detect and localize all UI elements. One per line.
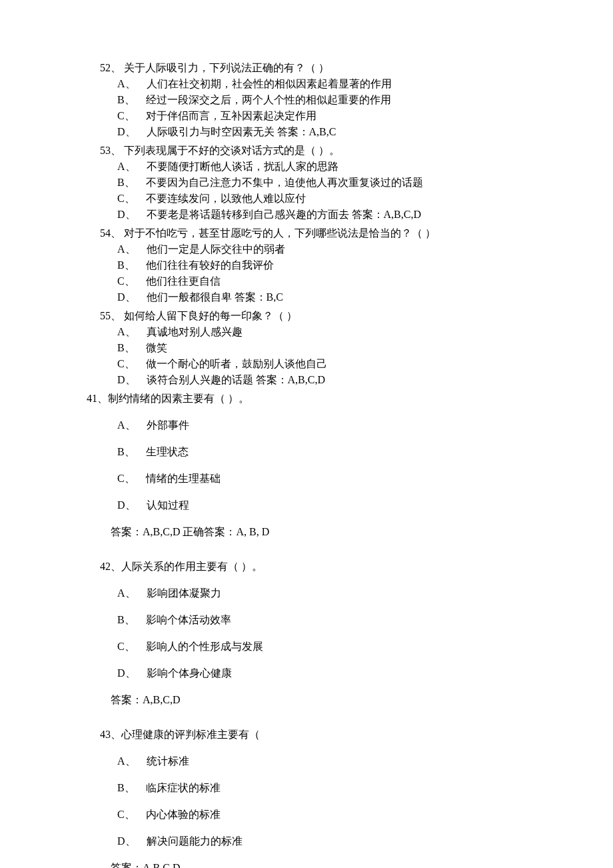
opt-text: 对于伴侣而言，互补因素起决定作用 — [146, 110, 316, 121]
opt-label: A、 — [117, 243, 136, 255]
opt-text: 他们一定是人际交往中的弱者 — [147, 243, 285, 255]
q-stem: 制约情绪的因素主要有（ ）。 — [108, 393, 249, 404]
opt-label: D、 — [117, 374, 136, 385]
option-d: D、 人际吸引力与时空因素无关 答案：A,B,C — [117, 124, 546, 140]
opt-label: A、 — [117, 161, 136, 172]
opt-label: C、 — [117, 641, 135, 652]
option-a: A、 人们在社交初期，社会性的相似因素起着显著的作用 — [117, 76, 546, 92]
answer: 答案：A,B,C,D 正确答案：A, B, D — [111, 524, 546, 540]
question-43: 43、心理健康的评判标准主要有（ A、 统计标准 B、 临床症状的标准 C、 内… — [100, 727, 546, 868]
opt-label: A、 — [117, 587, 136, 599]
opt-label: D、 — [117, 835, 136, 847]
opt-label: B、 — [117, 259, 135, 271]
opt-label: B、 — [117, 342, 135, 353]
opt-text: 做一个耐心的听者，鼓励别人谈他自己 — [146, 358, 327, 369]
opt-label: C、 — [117, 473, 135, 484]
option-c: C、 做一个耐心的听者，鼓励别人谈他自己 — [117, 356, 546, 372]
q-stem: 关于人际吸引力，下列说法正确的有？（ ） — [124, 62, 329, 73]
option-a: A、 影响团体凝聚力 — [117, 585, 546, 601]
option-b: B、 他们往往有较好的自我评价 — [117, 257, 546, 273]
option-b: B、 生理状态 — [117, 444, 546, 460]
q-num: 53、 — [100, 145, 121, 156]
option-b: B、 影响个体活动效率 — [117, 612, 546, 628]
opt-text: 不要老是将话题转移到自己感兴趣的方面去 — [147, 209, 349, 220]
answer: 答案：A,B,C — [277, 126, 336, 137]
answer: 答案：A,B,C,D — [111, 692, 546, 708]
opt-text: 情绪的生理基础 — [146, 473, 221, 484]
question-41: 41、制约情绪的因素主要有（ ）。 A、 外部事件 B、 生理状态 C、 情绪的… — [100, 391, 546, 540]
opt-label: B、 — [117, 782, 135, 793]
option-a: A、 真诚地对别人感兴趣 — [117, 324, 546, 340]
opt-label: D、 — [117, 291, 136, 303]
answer: 答案：A,B,C,D — [111, 860, 546, 868]
answer: 答案：B,C — [235, 291, 283, 303]
opt-text: 影响团体凝聚力 — [147, 587, 221, 599]
q-stem: 如何给人留下良好的每一印象？（ ） — [124, 310, 297, 321]
q-stem: 对于不怕吃亏，甚至甘愿吃亏的人，下列哪些说法是恰当的？（ ） — [124, 227, 436, 239]
q-num: 54、 — [100, 227, 121, 239]
opt-label: D、 — [117, 499, 136, 511]
opt-label: D、 — [117, 667, 136, 679]
option-a: A、 不要随便打断他人谈话，扰乱人家的思路 — [117, 159, 546, 175]
opt-label: A、 — [117, 326, 136, 337]
opt-text: 他们往往有较好的自我评价 — [146, 259, 274, 271]
q-num: 41、 — [87, 393, 108, 404]
question-line: 42、人际关系的作用主要有（ ）。 — [100, 559, 546, 575]
opt-text: 内心体验的标准 — [146, 809, 221, 820]
opt-label: C、 — [117, 110, 135, 121]
opt-label: C、 — [117, 193, 135, 204]
option-a: A、 他们一定是人际交往中的弱者 — [117, 241, 546, 257]
question-line: 43、心理健康的评判标准主要有（ — [100, 727, 546, 743]
opt-text: 临床症状的标准 — [146, 782, 221, 793]
question-line: 41、制约情绪的因素主要有（ ）。 — [87, 391, 546, 407]
question-54: 54、 对于不怕吃亏，甚至甘愿吃亏的人，下列哪些说法是恰当的？（ ） A、 他们… — [100, 225, 546, 305]
option-d: D、 影响个体身心健康 — [117, 665, 546, 681]
opt-text: 统计标准 — [147, 755, 189, 767]
opt-text: 认知过程 — [147, 499, 189, 511]
question-55: 55、 如何给人留下良好的每一印象？（ ） A、 真诚地对别人感兴趣 B、 微笑… — [100, 308, 546, 388]
q-stem: 心理健康的评判标准主要有（ — [121, 729, 260, 740]
option-d: D、 不要老是将话题转移到自己感兴趣的方面去 答案：A,B,C,D — [117, 207, 546, 223]
opt-label: B、 — [117, 94, 135, 105]
opt-text: 人们在社交初期，社会性的相似因素起着显著的作用 — [147, 78, 392, 89]
option-d: D、 认知过程 — [117, 497, 546, 513]
option-c: C、 情绪的生理基础 — [117, 471, 546, 487]
opt-label: C、 — [117, 275, 135, 287]
opt-label: D、 — [117, 126, 136, 137]
opt-label: A、 — [117, 78, 136, 89]
opt-label: A、 — [117, 755, 136, 767]
opt-text: 解决问题能力的标准 — [147, 835, 243, 847]
opt-text: 谈符合别人兴趣的话题 — [147, 374, 253, 385]
option-a: A、 外部事件 — [117, 417, 546, 433]
opt-label: C、 — [117, 358, 135, 369]
opt-label: A、 — [117, 419, 136, 431]
question-line: 55、 如何给人留下良好的每一印象？（ ） — [100, 308, 546, 324]
answer: 答案：A,B,C,D — [352, 209, 421, 220]
opt-text: 不要随便打断他人谈话，扰乱人家的思路 — [147, 161, 338, 172]
opt-text: 微笑 — [146, 342, 167, 353]
option-c: C、 影响人的个性形成与发展 — [117, 639, 546, 655]
opt-text: 真诚地对别人感兴趣 — [147, 326, 243, 337]
q-num: 43、 — [100, 729, 121, 740]
opt-label: D、 — [117, 209, 136, 220]
option-d: D、 解决问题能力的标准 — [117, 833, 546, 849]
opt-text: 生理状态 — [146, 446, 189, 457]
option-d: D、 他们一般都很自卑 答案：B,C — [117, 289, 546, 305]
q-num: 52、 — [100, 62, 121, 73]
question-line: 52、 关于人际吸引力，下列说法正确的有？（ ） — [100, 60, 546, 76]
option-c: C、 他们往往更自信 — [117, 273, 546, 289]
question-52: 52、 关于人际吸引力，下列说法正确的有？（ ） A、 人们在社交初期，社会性的… — [100, 60, 546, 140]
opt-text: 影响人的个性形成与发展 — [146, 641, 263, 652]
opt-label: B、 — [117, 177, 135, 188]
opt-text: 经过一段深交之后，两个人个性的相似起重要的作用 — [146, 94, 391, 105]
opt-text: 影响个体活动效率 — [146, 614, 231, 625]
opt-text: 人际吸引力与时空因素无关 — [147, 126, 275, 137]
option-b: B、 不要因为自己注意力不集中，迫使他人再次重复谈过的话题 — [117, 175, 546, 191]
opt-text: 他们一般都很自卑 — [147, 291, 232, 303]
opt-text: 他们往往更自信 — [146, 275, 221, 287]
opt-label: C、 — [117, 809, 135, 820]
option-c: C、 内心体验的标准 — [117, 807, 546, 823]
question-line: 54、 对于不怕吃亏，甚至甘愿吃亏的人，下列哪些说法是恰当的？（ ） — [100, 225, 546, 241]
opt-text: 不要连续发问，以致他人难以应付 — [146, 193, 306, 204]
answer: 答案：A,B,C,D — [256, 374, 325, 385]
